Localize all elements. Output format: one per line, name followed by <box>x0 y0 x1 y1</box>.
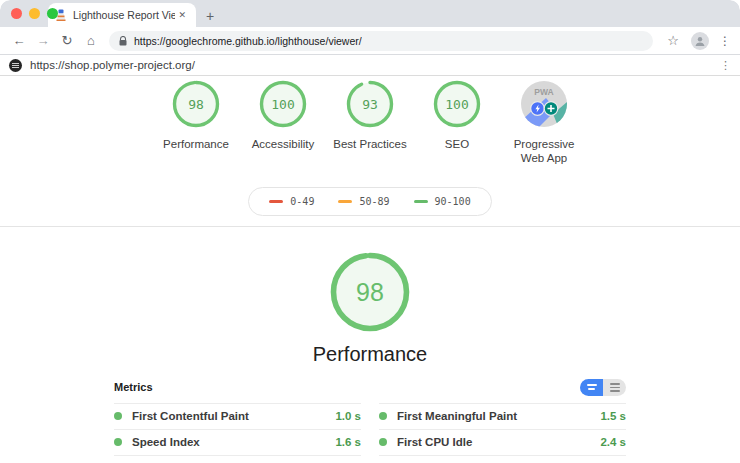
address-bar-url: https://googlechrome.github.io/lighthous… <box>134 35 362 47</box>
score-gauge-performance[interactable]: 98 Performance <box>153 80 240 166</box>
svg-text:98: 98 <box>356 277 384 305</box>
legend-dash-orange <box>338 200 352 204</box>
detail-section-title: Performance <box>0 343 740 366</box>
bookmark-star-icon[interactable]: ☆ <box>667 33 679 48</box>
metric-value: 1.6 s <box>335 436 361 448</box>
metric-row: First Meaningful Paint 1.5 s <box>379 404 626 430</box>
metrics-column-right: First Meaningful Paint 1.5 s First CPU I… <box>379 403 626 463</box>
browser-toolbar: ← → ↻ ⌂ https://googlechrome.github.io/l… <box>0 27 740 55</box>
metric-status-icon <box>114 412 122 420</box>
metric-name: First CPU Idle <box>397 436 600 448</box>
metrics-header: Metrics <box>114 379 626 403</box>
reload-icon[interactable]: ↻ <box>57 33 77 48</box>
metrics-heading: Metrics <box>114 381 153 393</box>
score-label: Accessibility <box>240 137 327 151</box>
close-window-button[interactable] <box>11 8 22 19</box>
score-label: Performance <box>153 137 240 151</box>
score-label: SEO <box>414 137 501 151</box>
toggle-list-icon[interactable] <box>603 379 626 396</box>
legend-range: 90-100 <box>435 196 471 207</box>
svg-text:93: 93 <box>362 97 378 112</box>
browser-tab[interactable]: Lighthouse Report Viewer ✕ <box>48 3 196 27</box>
metric-name: First Meaningful Paint <box>397 410 600 422</box>
metric-value: 1.0 s <box>335 410 361 422</box>
score-gauge-best-practices[interactable]: 93 Best Practices <box>327 80 414 166</box>
legend-item-pass: 90-100 <box>414 196 471 207</box>
minimize-window-button[interactable] <box>29 8 40 19</box>
forward-icon[interactable]: → <box>33 33 53 48</box>
metric-status-icon <box>379 438 387 446</box>
tab-strip: Lighthouse Report Viewer ✕ + <box>0 0 740 27</box>
legend-item-fail: 0-49 <box>269 196 314 207</box>
svg-text:100: 100 <box>445 97 468 112</box>
lock-icon <box>119 36 127 46</box>
metric-value: 2.4 s <box>600 436 626 448</box>
score-legend: 0-49 50-89 90-100 <box>248 187 491 216</box>
metrics-column-left: First Contentful Paint 1.0 s Speed Index… <box>114 403 361 463</box>
svg-text:100: 100 <box>271 97 294 112</box>
gauge-best-practices: 93 <box>346 80 394 128</box>
svg-text:98: 98 <box>188 97 204 112</box>
site-favicon-icon <box>9 59 22 72</box>
metric-status-icon <box>114 438 122 446</box>
home-icon[interactable]: ⌂ <box>81 33 101 48</box>
profile-avatar[interactable] <box>691 32 709 50</box>
metric-row: First CPU Idle 2.4 s <box>379 430 626 456</box>
pwa-label: Progressive Web App <box>501 137 588 166</box>
gauge-accessibility: 100 <box>259 80 307 128</box>
metrics-table: First Contentful Paint 1.0 s Speed Index… <box>114 403 626 463</box>
legend-range: 50-89 <box>359 196 389 207</box>
pwa-badge-icon: PWA <box>520 80 568 128</box>
report-url-bar: https://shop.polymer-project.org/ ⋮ <box>0 55 740 76</box>
zoom-window-button[interactable] <box>47 8 58 19</box>
metric-name: First Contentful Paint <box>132 410 335 422</box>
metric-row: Speed Index 1.6 s <box>114 430 361 456</box>
legend-item-average: 50-89 <box>338 196 389 207</box>
metric-row: First Contentful Paint 1.0 s <box>114 404 361 430</box>
report-menu-icon[interactable]: ⋮ <box>720 59 731 72</box>
metric-name: Speed Index <box>132 436 335 448</box>
new-tab-button[interactable]: + <box>206 9 214 23</box>
gauge-performance: 98 <box>172 80 220 128</box>
browser-window: Lighthouse Report Viewer ✕ + ← → ↻ ⌂ htt… <box>0 0 740 463</box>
gauge-seo: 100 <box>433 80 481 128</box>
metrics-section: Metrics First Contentful Paint 1.0 s Spe… <box>114 379 626 463</box>
address-bar[interactable]: https://googlechrome.github.io/lighthous… <box>109 31 653 51</box>
back-icon[interactable]: ← <box>9 33 29 48</box>
metric-row: Time to Interactive 3.0 s <box>114 456 361 463</box>
close-tab-icon[interactable]: ✕ <box>175 8 189 22</box>
pwa-badge-item[interactable]: PWA Progressive Web App <box>501 80 588 166</box>
svg-text:PWA: PWA <box>534 87 553 97</box>
window-controls <box>11 8 58 19</box>
score-label: Best Practices <box>327 137 414 151</box>
toggle-condensed-icon[interactable] <box>580 379 603 396</box>
score-gauge-seo[interactable]: 100 SEO <box>414 80 501 166</box>
tab-title: Lighthouse Report Viewer <box>73 9 175 21</box>
gauge-performance-large: 98 <box>330 252 410 332</box>
legend-range: 0-49 <box>290 196 314 207</box>
metrics-view-toggle[interactable] <box>580 379 626 396</box>
legend-dash-red <box>269 200 283 204</box>
score-gauge-accessibility[interactable]: 100 Accessibility <box>240 80 327 166</box>
scores-summary: 98 Performance 100 Accessibility 93 Best… <box>0 76 740 166</box>
metric-status-icon <box>379 412 387 420</box>
metric-row: Max Potential First Input Delay 200 ms <box>379 456 626 463</box>
metric-value: 1.5 s <box>600 410 626 422</box>
performance-detail-section: 98 Performance <box>0 227 740 366</box>
browser-menu-icon[interactable]: ⋮ <box>719 34 731 48</box>
report-page-url: https://shop.polymer-project.org/ <box>30 59 195 71</box>
legend-dash-green <box>414 200 428 204</box>
